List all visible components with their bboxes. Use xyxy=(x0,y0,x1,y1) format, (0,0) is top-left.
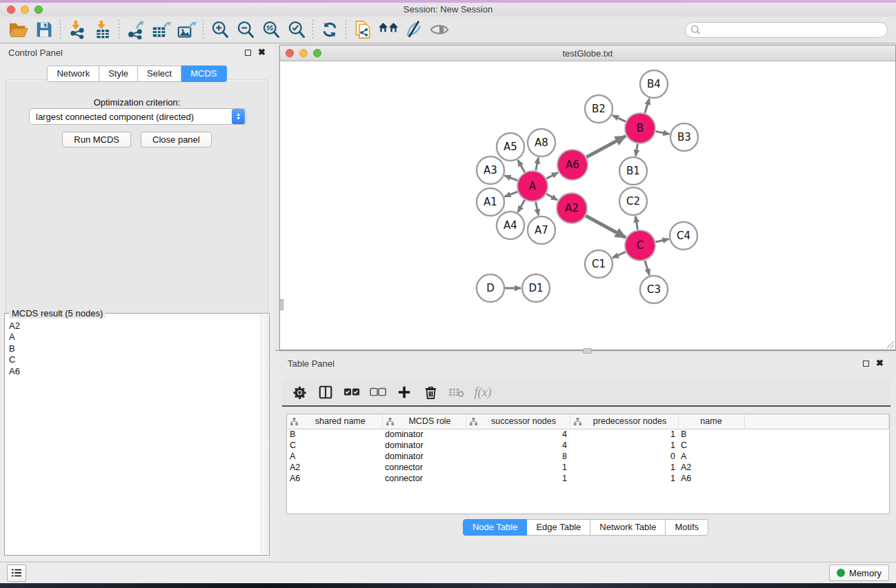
column-header-predecessor-nodes[interactable]: predecessor nodes xyxy=(570,414,678,429)
edge-A-A3[interactable] xyxy=(505,176,518,181)
network-graph[interactable]: B4B2BB3A8A5A6A3B1AC2A1A2A4A7C4CC1DD1C3 xyxy=(280,61,895,349)
result-item[interactable]: A xyxy=(6,332,261,343)
add-column-icon[interactable] xyxy=(394,382,415,403)
float-table-panel-icon[interactable] xyxy=(863,361,869,367)
criterion-dropdown[interactable]: largest connected component (directed) ▲… xyxy=(29,108,246,125)
column-header-shared-name[interactable]: shared name xyxy=(287,414,382,429)
delete-column-icon[interactable] xyxy=(420,382,441,403)
show-graphics-details-icon[interactable] xyxy=(426,18,452,41)
graph-node-D1[interactable]: D1 xyxy=(522,274,550,302)
divider-grip[interactable] xyxy=(583,348,592,354)
tab-motifs[interactable]: Motifs xyxy=(666,519,708,536)
edge-A6-B[interactable] xyxy=(586,136,626,157)
cell-MCDS-role[interactable]: dominator xyxy=(382,429,466,440)
column-header-MCDS-role[interactable]: MCDS role xyxy=(382,414,466,429)
column-split-icon[interactable] xyxy=(315,382,336,403)
open-file-icon[interactable] xyxy=(6,18,31,41)
import-table-icon[interactable] xyxy=(90,18,115,41)
cell-predecessor-nodes[interactable]: 0 xyxy=(570,451,678,462)
graph-node-C3[interactable]: C3 xyxy=(640,276,668,303)
edge-A-A6[interactable] xyxy=(546,172,558,179)
tab-node-table[interactable]: Node Table xyxy=(463,519,528,536)
cell-shared-name[interactable]: A6 xyxy=(287,473,382,484)
minimize-window-button[interactable] xyxy=(21,6,29,14)
graph-node-A5[interactable]: A5 xyxy=(497,133,524,161)
graph-node-B[interactable]: B xyxy=(625,113,655,143)
export-image-icon[interactable] xyxy=(174,18,199,41)
table-row[interactable]: Bdominator41B xyxy=(287,429,889,440)
node-table[interactable]: shared nameMCDS rolesuccessor nodesprede… xyxy=(286,414,890,514)
cell-shared-name[interactable]: B xyxy=(287,429,382,440)
result-item[interactable]: B xyxy=(6,343,261,354)
result-item[interactable]: A6 xyxy=(6,366,261,377)
table-row[interactable]: Adominator80A xyxy=(287,451,889,462)
zoom-selected-icon[interactable] xyxy=(283,18,309,41)
graph-node-B1[interactable]: B1 xyxy=(619,157,647,185)
graph-node-A7[interactable]: A7 xyxy=(528,216,555,244)
home-layout-icon[interactable] xyxy=(375,18,401,41)
network-window-titlebar[interactable]: testGlobe.txt xyxy=(280,45,895,61)
zoom-view-button[interactable] xyxy=(313,49,321,57)
network-canvas[interactable]: B4B2BB3A8A5A6A3B1AC2A1A2A4A7C4CC1DD1C3 xyxy=(280,61,895,349)
tab-network[interactable]: Network xyxy=(47,65,99,82)
network-snapshot-icon[interactable] xyxy=(350,18,375,41)
search-input[interactable] xyxy=(701,23,887,36)
resize-grip-icon[interactable] xyxy=(886,341,895,349)
cell-MCDS-role[interactable]: dominator xyxy=(382,440,466,451)
edge-C-C3[interactable] xyxy=(645,261,650,275)
minimize-view-button[interactable] xyxy=(299,49,308,57)
zoom-fit-icon[interactable] xyxy=(258,18,283,41)
delete-table-icon[interactable] xyxy=(446,382,467,403)
table-row[interactable]: A2connector11A2 xyxy=(287,462,889,473)
import-network-icon[interactable] xyxy=(64,18,90,41)
column-header-name[interactable]: name xyxy=(678,414,744,429)
close-view-button[interactable] xyxy=(286,49,294,57)
table-options-icon[interactable] xyxy=(289,382,310,403)
edge-A-A8[interactable] xyxy=(536,158,539,171)
graph-node-A3[interactable]: A3 xyxy=(477,156,504,184)
edge-A-A2[interactable] xyxy=(546,194,557,200)
edge-B-B3[interactable] xyxy=(656,132,670,134)
export-table-icon[interactable] xyxy=(148,18,174,41)
select-all-columns-icon[interactable] xyxy=(341,382,362,403)
tab-style[interactable]: Style xyxy=(99,65,138,82)
zoom-out-icon[interactable] xyxy=(232,18,258,41)
export-network-icon[interactable] xyxy=(123,18,148,41)
cell-name[interactable]: A xyxy=(678,451,744,462)
close-table-panel-icon[interactable]: ✖ xyxy=(876,360,884,367)
graph-node-C4[interactable]: C4 xyxy=(670,222,697,250)
graph-node-B4[interactable]: B4 xyxy=(640,70,668,98)
graph-node-A[interactable]: A xyxy=(517,171,548,201)
cell-successor-nodes[interactable]: 4 xyxy=(466,440,570,451)
zoom-window-button[interactable] xyxy=(34,6,43,14)
graph-node-D[interactable]: D xyxy=(477,274,504,302)
run-mcds-button[interactable]: Run MCDS xyxy=(62,132,131,148)
graph-node-A4[interactable]: A4 xyxy=(497,212,524,239)
result-scrollbar[interactable] xyxy=(261,314,268,554)
save-session-icon[interactable] xyxy=(31,18,57,41)
cell-predecessor-nodes[interactable]: 1 xyxy=(570,440,678,451)
cell-predecessor-nodes[interactable]: 1 xyxy=(570,462,678,473)
cell-name[interactable]: C xyxy=(678,440,744,451)
close-panel-icon[interactable]: ✖ xyxy=(258,49,266,56)
table-row[interactable]: A6connector11A6 xyxy=(287,473,889,484)
hide-labels-icon[interactable] xyxy=(401,18,426,41)
edge-A-A1[interactable] xyxy=(505,192,518,196)
graph-node-A1[interactable]: A1 xyxy=(477,188,504,216)
cell-shared-name[interactable]: A2 xyxy=(287,462,382,473)
tab-edge-table[interactable]: Edge Table xyxy=(527,519,590,536)
memory-button[interactable]: Memory xyxy=(829,565,889,581)
edge-A-A7[interactable] xyxy=(536,202,539,216)
edge-C-C2[interactable] xyxy=(635,216,637,230)
graph-node-C1[interactable]: C1 xyxy=(585,250,613,278)
search-field[interactable] xyxy=(685,22,888,38)
cell-predecessor-nodes[interactable]: 1 xyxy=(570,429,678,440)
result-item[interactable]: A2 xyxy=(6,321,261,332)
panel-grip[interactable] xyxy=(280,299,283,310)
cell-name[interactable]: B xyxy=(678,429,744,440)
graph-node-A6[interactable]: A6 xyxy=(557,150,588,180)
edge-A-A5[interactable] xyxy=(518,160,525,172)
edge-A2-C[interactable] xyxy=(586,216,626,237)
cell-successor-nodes[interactable]: 8 xyxy=(466,451,570,462)
tab-select[interactable]: Select xyxy=(138,65,181,82)
